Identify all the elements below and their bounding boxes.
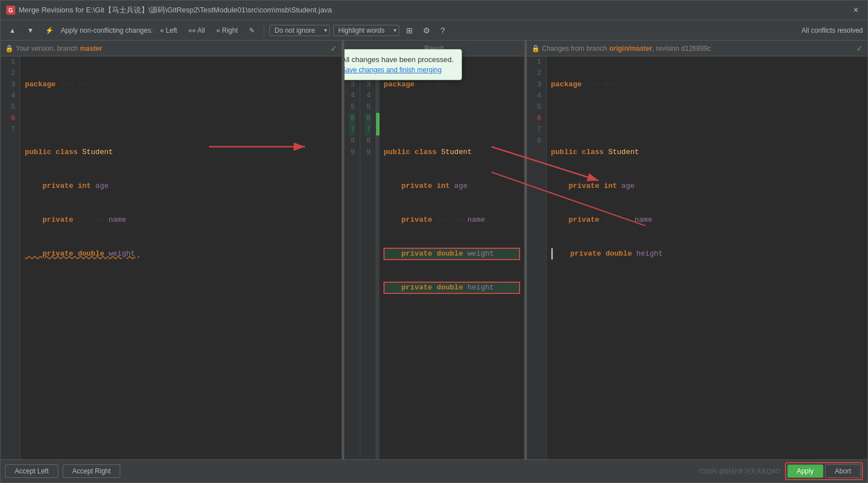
right-branch-name: origin/master [609, 45, 652, 52]
main-window: G Merge Revisions for E:\Git【马士兵说】\源码\Gi… [0, 0, 868, 483]
change-indicator [376, 113, 380, 135]
center-line-5: private String name; [384, 214, 520, 226]
left-code-area[interactable]: 1 2 3 4 5 6 7 package com.msb; public cl… [1, 56, 342, 459]
right-line-7: } [551, 282, 863, 293]
app-icon: G [6, 6, 15, 15]
bottom-left-buttons: Accept Left Accept Right [5, 464, 120, 478]
columns-button[interactable]: ⊞ [403, 24, 416, 37]
abort-button[interactable]: Abort [825, 464, 861, 478]
right-line-5: private String name; [551, 214, 863, 226]
center-line-8: } [384, 316, 520, 327]
left-branch-name: master [80, 45, 102, 52]
tooltip-title: All changes have been processed. [344, 55, 454, 64]
tooltip-link[interactable]: Save changes and finish merging [344, 66, 454, 74]
window-title: Merge Revisions for E:\Git【马士兵说】\源码\GitR… [19, 5, 332, 15]
right-pane: 🔒 Changes from branch origin/master , re… [527, 41, 868, 459]
center-indicator-bar [376, 56, 380, 459]
separator-1 [264, 25, 264, 36]
apply-left-button[interactable]: « Left [156, 25, 181, 36]
apply-label: Apply non-conflicting changes: [61, 27, 153, 34]
right-checkmark: ✓ [856, 44, 863, 53]
nav-prev-button[interactable]: ▲ [5, 25, 20, 36]
center-code-area[interactable]: 1 2 3 4 5 6 7 8 9 1 2 3 4 5 6 7 [344, 56, 524, 459]
left-line-3: public class Student { [25, 147, 337, 158]
toolbar: ▲ ▼ ⚡ Apply non-conflicting changes: « L… [1, 20, 867, 41]
highlight-words-dropdown[interactable]: Highlight words [333, 25, 399, 36]
right-code-area[interactable]: 1 2 3 4 5 6 7 8 package com.msb; public … [527, 56, 868, 459]
apply-button[interactable]: Apply [787, 464, 823, 478]
bottom-right-area: CSDN @好好学习天天EQAO Apply Abort [699, 462, 863, 480]
edit-button[interactable]: ✎ [245, 25, 259, 36]
right-line-numbers: 1 2 3 4 5 6 7 8 [527, 56, 547, 459]
apply-all-button[interactable]: «« All [185, 25, 209, 36]
tooltip-box: All changes have been processed. Save ch… [344, 49, 463, 80]
right-line-3: public class Student { [551, 147, 863, 158]
left-line-4: private int age; [25, 181, 337, 192]
close-button[interactable]: × [850, 4, 862, 16]
left-line-6: private double weight; [25, 248, 337, 260]
center-line-4: private int age; [384, 181, 520, 192]
center-line-numbers-left: 1 2 3 4 5 6 7 8 9 [344, 56, 360, 459]
center-line-1: package com.msb; [384, 79, 520, 90]
right-pane-header: 🔒 Changes from branch origin/master , re… [527, 41, 868, 56]
gear-button[interactable]: ⚙ [420, 24, 434, 37]
nav-next-button[interactable]: ▼ [23, 25, 38, 36]
right-line-6: private double height; [551, 248, 863, 260]
center-line-9 [384, 350, 520, 361]
center-pane: Result 1 2 3 4 5 6 7 8 9 1 2 3 [344, 41, 525, 459]
do-not-ignore-dropdown[interactable]: Do not ignore [269, 25, 330, 36]
bottom-bar: Accept Left Accept Right CSDN @好好学习天天EQA… [1, 459, 867, 482]
left-code-content: package com.msb; public class Student { … [20, 56, 342, 459]
accept-left-button[interactable]: Accept Left [5, 464, 58, 478]
help-button[interactable]: ? [437, 24, 448, 37]
right-line-4: private int age; [551, 181, 863, 192]
center-code-content: package com.msb; public class Student { … [380, 56, 524, 384]
three-pane-area: 🔒 Your version, branch master ✓ 1 2 3 4 … [1, 41, 867, 459]
right-code-content: package com.msb; public class Student { … [547, 56, 868, 459]
left-line-numbers: 1 2 3 4 5 6 7 [1, 56, 20, 459]
left-line-7: } [25, 282, 337, 293]
center-line-2 [384, 113, 520, 124]
left-pane-header: 🔒 Your version, branch master ✓ [1, 41, 342, 56]
center-line-6: private double weight; [384, 248, 520, 260]
center-line-numbers-right: 1 2 3 4 5 6 7 8 9 [360, 56, 376, 459]
center-line-3: public class Student { [384, 147, 520, 158]
left-checkmark: ✓ [330, 44, 337, 53]
all-conflicts-resolved: All conflicts resolved [801, 27, 863, 34]
center-line-7: private double height; [384, 282, 520, 293]
right-lock-icon: 🔒 [531, 45, 540, 52]
left-pane-label: Your version, branch [16, 45, 78, 52]
left-pane: 🔒 Your version, branch master ✓ 1 2 3 4 … [1, 41, 342, 459]
title-bar: G Merge Revisions for E:\Git【马士兵说】\源码\Gi… [1, 1, 867, 20]
right-line-2 [551, 113, 863, 124]
right-pane-label: Changes from branch [542, 45, 607, 52]
left-line-2 [25, 113, 337, 124]
left-line-1: package com.msb; [25, 79, 337, 90]
right-revision: , revision d126899c [652, 45, 711, 52]
csdn-label: CSDN @好好学习天天EQAO [699, 467, 780, 476]
do-not-ignore-dropdown-wrapper: Do not ignore ▾ [269, 25, 330, 36]
apply-right-button[interactable]: « Right [212, 25, 242, 36]
title-bar-left: G Merge Revisions for E:\Git【马士兵说】\源码\Gi… [6, 5, 332, 15]
magic-wand-button[interactable]: ⚡ [41, 25, 58, 36]
left-line-5: private String name; [25, 214, 337, 226]
accept-right-button[interactable]: Accept Right [63, 464, 120, 478]
highlight-words-dropdown-wrapper: Highlight words ▾ [333, 25, 399, 36]
left-lock-icon: 🔒 [5, 45, 14, 52]
right-line-1: package com.msb; [551, 79, 863, 90]
center-code-with-indicator: package com.msb; public class Student { … [376, 56, 524, 459]
right-line-8 [551, 316, 863, 327]
apply-area: Apply Abort [785, 462, 863, 480]
